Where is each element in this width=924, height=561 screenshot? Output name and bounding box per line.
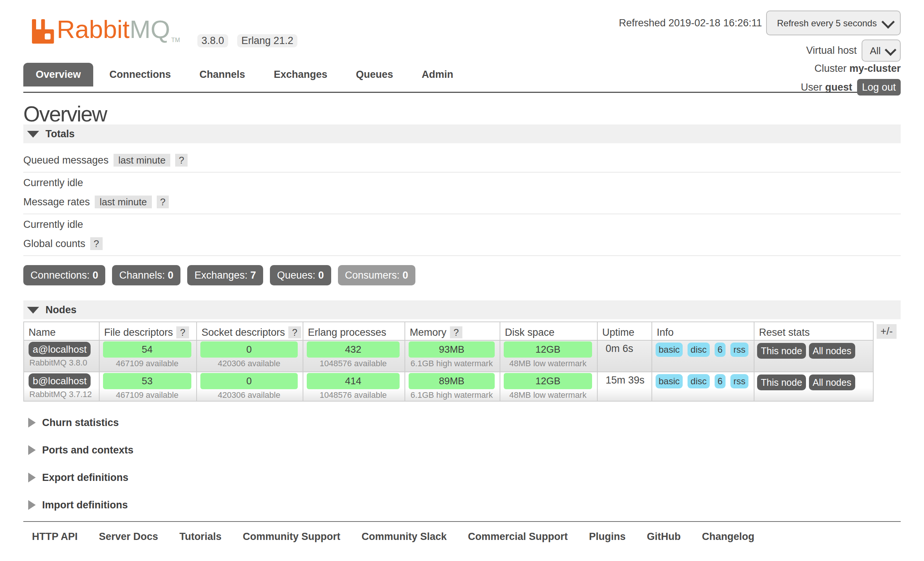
- col-memory: Memory?: [405, 322, 500, 340]
- global-counts-row: Global counts ?: [23, 230, 901, 256]
- cluster-label: Cluster: [814, 63, 847, 74]
- node-b-version: RabbitMQ 3.7.12: [29, 390, 99, 399]
- channels-count-button[interactable]: Channels: 0: [112, 265, 180, 285]
- column-options-toggle[interactable]: +/-: [877, 324, 897, 339]
- refresh-bar: Refreshed 2019-02-18 16:26:11 Refresh ev…: [619, 11, 901, 35]
- node-a-sd-cell: 0 420306 available: [197, 340, 303, 372]
- node-b-disk-cell: 12GB 48MB low watermark: [500, 372, 597, 401]
- logout-button[interactable]: Log out: [857, 79, 901, 96]
- user-name: guest: [825, 82, 852, 93]
- node-b-sd-cell: 0 420306 available: [197, 372, 303, 401]
- node-a-tag-basic: basic: [656, 343, 683, 357]
- node-a-memory-sub: 6.1GB high watermark: [409, 359, 495, 368]
- section-churn-statistics[interactable]: Churn statistics: [23, 416, 901, 429]
- queues-count-value: 0: [318, 270, 324, 281]
- node-a-tag-6: 6: [715, 343, 726, 357]
- col-file-descriptors: File descriptors?: [99, 322, 197, 340]
- footer-link-community-support[interactable]: Community Support: [243, 531, 340, 542]
- queued-range-badge[interactable]: last minute: [114, 154, 171, 167]
- queued-messages-label: Queued messages: [23, 154, 109, 167]
- node-a-reset-this-button[interactable]: This node: [757, 343, 806, 359]
- footer-link-http-api[interactable]: HTTP API: [32, 531, 78, 542]
- footer-link-server-docs[interactable]: Server Docs: [99, 531, 158, 542]
- sd-help-icon[interactable]: ?: [288, 326, 301, 338]
- nodes-table-wrap: +/- Name File descriptors? Socket descri…: [23, 321, 901, 402]
- totals-section-header[interactable]: Totals: [23, 124, 901, 143]
- rabbitmq-logo[interactable]: RabbitMQTM: [32, 19, 180, 53]
- node-b-memory-sub: 6.1GB high watermark: [409, 390, 495, 400]
- section-export-definitions[interactable]: Export definitions: [23, 471, 901, 484]
- queues-count-button[interactable]: Queues: 0: [270, 265, 331, 285]
- expand-triangle-icon: [28, 500, 36, 510]
- virtual-host-select[interactable]: All: [862, 40, 900, 61]
- expand-triangle-icon: [28, 418, 36, 428]
- tab-queues[interactable]: Queues: [344, 63, 406, 86]
- connections-count-button[interactable]: Connections: 0: [23, 265, 105, 285]
- user-line: User guest Log out: [801, 79, 901, 96]
- fd-help-icon[interactable]: ?: [176, 326, 189, 338]
- refresh-interval-select-wrap: Refresh every 5 seconds: [766, 11, 901, 35]
- cluster-name: my-cluster: [849, 63, 901, 74]
- version-badges: 3.8.0 Erlang 21.2: [197, 34, 297, 47]
- import-definitions-label: Import definitions: [42, 499, 128, 511]
- tab-channels[interactable]: Channels: [187, 63, 258, 86]
- node-a-disk-bar: 12GB: [504, 341, 592, 358]
- node-b-tag-rss: rss: [730, 374, 748, 388]
- footer-link-community-slack[interactable]: Community Slack: [362, 531, 447, 542]
- user-label: User: [801, 82, 822, 93]
- footer-link-plugins[interactable]: Plugins: [589, 531, 626, 542]
- exchanges-count-button[interactable]: Exchanges: 7: [187, 265, 263, 285]
- exchanges-count-label: Exchanges:: [194, 270, 247, 281]
- node-b-tag-disc: disc: [688, 374, 710, 388]
- col-erlang-processes: Erlang processes: [303, 322, 405, 340]
- footer-link-changelog[interactable]: Changelog: [702, 531, 754, 542]
- rabbitmq-logo-icon: [32, 19, 54, 44]
- node-a-disk-sub: 48MB low watermark: [504, 359, 592, 368]
- rates-range-badge[interactable]: last minute: [95, 196, 152, 208]
- channels-count-value: 0: [168, 270, 173, 281]
- tab-admin[interactable]: Admin: [409, 63, 466, 86]
- nodes-header-row: Name File descriptors? Socket descriptor…: [24, 322, 873, 340]
- virtual-host-select-wrap: All: [862, 39, 901, 62]
- node-row-a: a@localhost RabbitMQ 3.8.0 54 467109 ava…: [24, 340, 873, 372]
- channels-count-label: Channels:: [119, 270, 165, 281]
- node-a-memory-bar: 93MB: [409, 341, 495, 358]
- nodes-section-header[interactable]: Nodes: [23, 300, 901, 319]
- refresh-interval-select[interactable]: Refresh every 5 seconds: [767, 11, 900, 35]
- wordmark-tm: TM: [171, 37, 180, 43]
- consumers-count-button[interactable]: Consumers: 0: [338, 265, 415, 285]
- totals-section-label: Totals: [45, 128, 75, 140]
- node-a-fd-cell: 54 467109 available: [99, 340, 197, 372]
- tab-exchanges[interactable]: Exchanges: [261, 63, 340, 86]
- tab-overview[interactable]: Overview: [23, 63, 93, 86]
- node-b-name-badge[interactable]: b@localhost: [29, 373, 91, 388]
- node-b-sd-sub: 420306 available: [200, 390, 298, 400]
- node-b-tag-basic: basic: [656, 374, 683, 388]
- global-counts-help-icon[interactable]: ?: [90, 237, 102, 250]
- col-uptime: Uptime: [597, 322, 652, 340]
- node-b-memory-bar: 89MB: [409, 373, 495, 389]
- virtual-host-label: Virtual host: [806, 45, 857, 56]
- node-a-reset-all-button[interactable]: All nodes: [809, 343, 855, 359]
- footer-link-commercial-support[interactable]: Commercial Support: [468, 531, 568, 542]
- footer-link-github[interactable]: GitHub: [647, 531, 681, 542]
- node-b-reset-this-button[interactable]: This node: [757, 375, 806, 390]
- node-a-version: RabbitMQ 3.8.0: [29, 358, 99, 368]
- tab-connections[interactable]: Connections: [97, 63, 183, 86]
- section-ports-and-contexts[interactable]: Ports and contexts: [23, 444, 901, 456]
- consumers-count-label: Consumers:: [345, 270, 400, 281]
- footer-link-tutorials[interactable]: Tutorials: [179, 531, 221, 542]
- ports-and-contexts-label: Ports and contexts: [42, 444, 133, 456]
- rates-help-icon[interactable]: ?: [157, 196, 169, 208]
- node-b-reset-all-button[interactable]: All nodes: [809, 375, 855, 390]
- queued-help-icon[interactable]: ?: [175, 154, 187, 167]
- node-a-sd-sub: 420306 available: [200, 359, 298, 368]
- section-import-definitions[interactable]: Import definitions: [23, 499, 901, 511]
- col-info: Info: [652, 322, 754, 340]
- virtual-host-bar: Virtual host All: [806, 39, 901, 62]
- node-a-erlang-sub: 1048576 available: [307, 359, 400, 368]
- node-a-name-badge[interactable]: a@localhost: [29, 342, 91, 357]
- memory-help-icon[interactable]: ?: [450, 326, 463, 338]
- node-b-memory-cell: 89MB 6.1GB high watermark: [405, 372, 500, 401]
- consumers-count-value: 0: [403, 270, 408, 281]
